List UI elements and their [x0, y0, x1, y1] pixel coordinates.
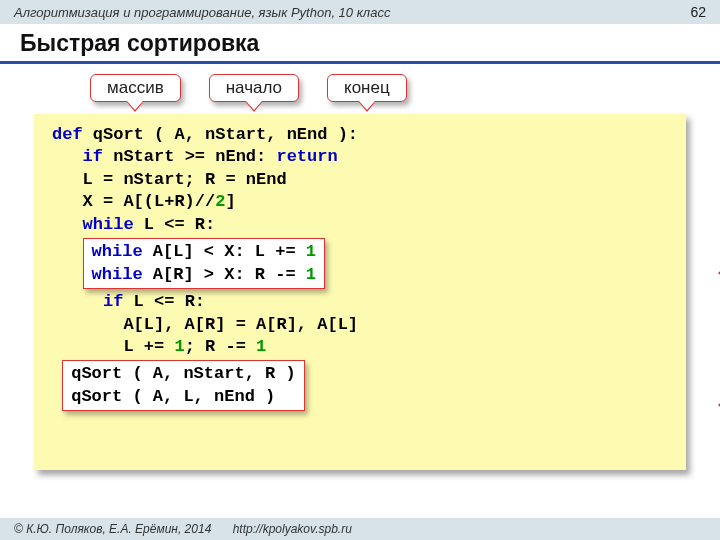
copyright: © К.Ю. Поляков, Е.А. Ерёмин, 2014	[14, 522, 211, 536]
param-labels-row: массив начало конец	[0, 74, 720, 102]
code-block: def qSort ( A, nStart, nEnd ): if nStart…	[34, 114, 686, 470]
page-title: Быстрая сортировка	[0, 24, 720, 61]
inner-box-partition: while A[L] < X: L += 1 while A[R] > X: R…	[83, 238, 325, 289]
kw-return: return	[276, 147, 337, 166]
page-number: 62	[690, 4, 706, 20]
kw-if: if	[83, 147, 103, 166]
content-wrap: def qSort ( A, nStart, nEnd ): if nStart…	[0, 114, 720, 470]
title-rule	[0, 61, 720, 64]
label-array: массив	[90, 74, 181, 102]
kw-def: def	[52, 125, 83, 144]
kw-if2: if	[103, 292, 123, 311]
kw-while: while	[83, 215, 134, 234]
label-end: конец	[327, 74, 407, 102]
footer-url[interactable]: http://kpolyakov.spb.ru	[233, 522, 352, 536]
slide-footer: © К.Ю. Поляков, Е.А. Ерёмин, 2014 http:/…	[0, 518, 720, 540]
course-title: Алгоритмизация и программирование, язык …	[14, 5, 390, 20]
slide-header: Алгоритмизация и программирование, язык …	[0, 0, 720, 24]
label-start: начало	[209, 74, 299, 102]
inner-box-recursion: qSort ( A, nStart, R ) qSort ( A, L, nEn…	[62, 360, 304, 411]
